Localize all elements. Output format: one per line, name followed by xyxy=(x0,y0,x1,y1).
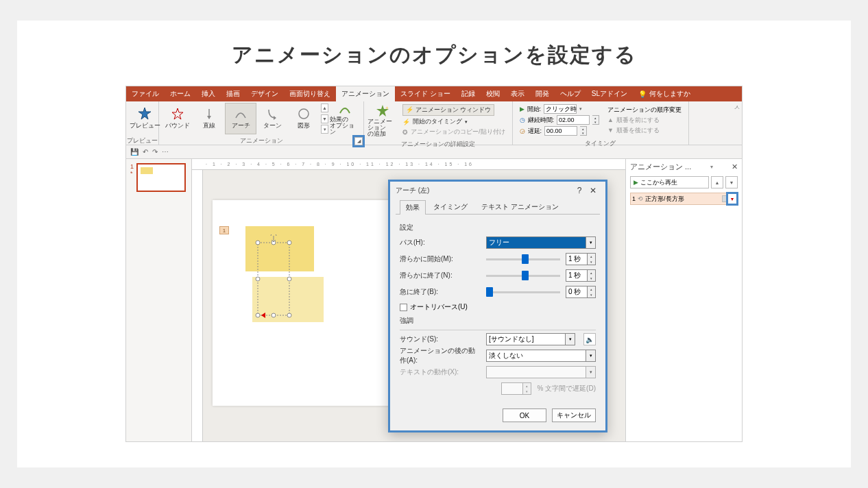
effect-bound[interactable]: バウンド xyxy=(162,103,193,134)
tab-review[interactable]: 校閲 xyxy=(481,86,505,101)
path-combo[interactable]: フリー▾ xyxy=(486,236,596,249)
tab-home[interactable]: ホーム xyxy=(165,86,196,101)
section-settings: 設定 xyxy=(400,223,596,232)
line-icon xyxy=(202,107,216,121)
move-down[interactable]: ▼ xyxy=(725,176,738,188)
animation-painter: ✪ アニメーションのコピー/貼り付け xyxy=(402,127,505,136)
preview-button[interactable]: プレビュー xyxy=(129,103,160,134)
ribbon-tabs: ファイル ホーム 挿入 描画 デザイン 画面切り替え アニメーション スライド … xyxy=(126,86,742,101)
powerpoint-window: ファイル ホーム 挿入 描画 デザイン 画面切り替え アニメーション スライド … xyxy=(125,86,743,442)
smooth-start-slider[interactable] xyxy=(486,253,560,265)
effect-turn[interactable]: ターン xyxy=(256,103,288,134)
add-animation-button[interactable]: + アニメーション の追加 xyxy=(367,105,398,136)
anim-item-1[interactable]: 1 ⟲ 正方形/長方形 ▼ xyxy=(630,193,738,205)
svg-point-15 xyxy=(272,313,276,317)
reorder-up: ▲ 順番を前にする xyxy=(607,116,682,125)
svg-point-9 xyxy=(256,241,260,245)
ruler-horizontal: · 1 · 2 · 3 · 4 · 5 · 6 · 7 · 8 · 9 · 10… xyxy=(192,159,625,170)
tab-insert[interactable]: 挿入 xyxy=(196,86,221,101)
after-combo[interactable]: 淡くしない▾ xyxy=(486,350,596,362)
autoreverse-check[interactable]: オートリバース(U) xyxy=(400,302,596,312)
ribbon: プレビュー プレビュー バウンド 直線 xyxy=(126,101,742,145)
turn-icon xyxy=(265,107,279,121)
svg-point-13 xyxy=(287,277,291,281)
move-up[interactable]: ▲ xyxy=(711,176,723,188)
effect-options-button[interactable]: 効果の オプション xyxy=(329,103,361,134)
group-label-advanced: アニメーションの詳細設定 xyxy=(364,139,512,149)
dialog-launcher-animation[interactable]: ◢ xyxy=(354,137,363,145)
group-label-timing: タイミング xyxy=(513,138,689,149)
ruler-vertical xyxy=(192,170,203,441)
group-label-animation: アニメーション ◢ xyxy=(159,136,363,146)
play-from-button[interactable]: ▶ここから再生 xyxy=(630,176,709,188)
bounce-end-field[interactable]: 0 秒▴▾ xyxy=(566,286,596,298)
dlg-tab-timing[interactable]: タイミング xyxy=(427,199,474,214)
anim-pane-title: アニメーション ... xyxy=(630,162,691,172)
tab-animation[interactable]: アニメーション xyxy=(336,86,395,101)
char-delay-field: ▴▾ xyxy=(501,382,531,395)
duration-field[interactable]: 02.00 xyxy=(557,115,590,125)
effect-shape[interactable]: 図形 xyxy=(288,103,320,134)
svg-point-12 xyxy=(256,277,260,281)
anim-item-dropdown[interactable]: ▼ xyxy=(726,192,738,206)
tab-design[interactable]: デザイン xyxy=(245,86,284,101)
bound-icon xyxy=(171,107,184,121)
tab-sladdin[interactable]: SLアドイン xyxy=(586,86,633,101)
effect-options-icon xyxy=(338,102,352,116)
svg-point-16 xyxy=(287,313,291,317)
qat-more[interactable]: ⋯ xyxy=(162,148,169,156)
tell-me-search[interactable]: 💡 何をしますか xyxy=(633,86,696,101)
page-title: アニメーションのオプションを設定する xyxy=(17,41,851,69)
add-anim-icon: + xyxy=(376,104,389,118)
effect-arch[interactable]: アーチ xyxy=(225,103,256,134)
section-emphasis: 強調 xyxy=(400,316,596,326)
shape-icon xyxy=(297,107,311,121)
smooth-end-slider[interactable] xyxy=(486,269,560,282)
gallery-scroll: ▲ ▼ ▾ xyxy=(321,103,329,134)
smooth-end-field[interactable]: 1 秒▴▾ xyxy=(566,269,596,282)
sound-combo[interactable]: [サウンドなし]▾ xyxy=(486,333,575,345)
bounce-end-slider[interactable] xyxy=(486,286,560,298)
gallery-down[interactable]: ▼ xyxy=(321,114,328,123)
dlg-tab-effect[interactable]: 効果 xyxy=(400,200,426,215)
dlg-tab-text[interactable]: テキスト アニメーション xyxy=(475,199,565,214)
gallery-up[interactable]: ▲ xyxy=(321,103,328,112)
svg-marker-3 xyxy=(207,116,211,119)
anim-pane-close[interactable]: ✕ xyxy=(732,162,738,171)
dialog-help[interactable]: ? xyxy=(572,186,586,195)
start-field[interactable]: クリック時 xyxy=(544,104,577,114)
dialog-close[interactable]: ✕ xyxy=(586,186,600,195)
tab-file[interactable]: ファイル xyxy=(126,86,165,101)
svg-point-10 xyxy=(272,241,276,245)
reorder-label: アニメーションの順序変更 xyxy=(607,106,682,114)
qat-save[interactable]: 💾 xyxy=(130,148,138,156)
animation-pane: アニメーション ... ▾ ✕ ▶ここから再生 ▲ ▼ 1 ⟲ 正方形/長方形 xyxy=(625,159,742,441)
sound-preview[interactable]: 🔈 xyxy=(583,333,596,345)
delay-field[interactable]: 00.00 xyxy=(544,126,577,136)
smooth-start-field[interactable]: 1 秒▴▾ xyxy=(566,253,596,265)
svg-marker-1 xyxy=(172,108,183,119)
animation-pane-button[interactable]: ⚡ アニメーション ウィンドウ xyxy=(402,104,494,116)
gallery-more[interactable]: ▾ xyxy=(321,125,328,134)
tab-view[interactable]: 表示 xyxy=(505,86,530,101)
anim-tag[interactable]: 1 xyxy=(219,226,229,234)
svg-point-14 xyxy=(256,313,260,317)
qat-undo[interactable]: ↶ xyxy=(143,148,148,156)
tab-draw[interactable]: 描画 xyxy=(221,86,245,101)
tab-transition[interactable]: 画面切り替え xyxy=(284,86,336,101)
star-icon xyxy=(138,107,152,121)
tab-help[interactable]: ヘルプ xyxy=(555,86,586,101)
collapse-ribbon[interactable]: ㅅ xyxy=(734,103,740,112)
trigger-button[interactable]: ⚡ 開始のタイミング ▾ xyxy=(402,117,505,126)
ok-button[interactable]: OK xyxy=(503,408,546,422)
effect-line[interactable]: 直線 xyxy=(193,103,225,134)
dialog-title: アーチ (左) xyxy=(396,186,429,195)
tab-record[interactable]: 記録 xyxy=(456,86,481,101)
motion-path[interactable] xyxy=(254,234,309,317)
tab-slideshow[interactable]: スライド ショー xyxy=(395,86,456,101)
cancel-button[interactable]: キャンセル xyxy=(552,408,596,422)
qat-redo[interactable]: ↷ xyxy=(152,148,158,156)
tab-dev[interactable]: 開発 xyxy=(530,86,555,101)
thumb-1[interactable]: 1* xyxy=(130,163,187,192)
slide-thumbnails: 1* xyxy=(126,159,192,441)
